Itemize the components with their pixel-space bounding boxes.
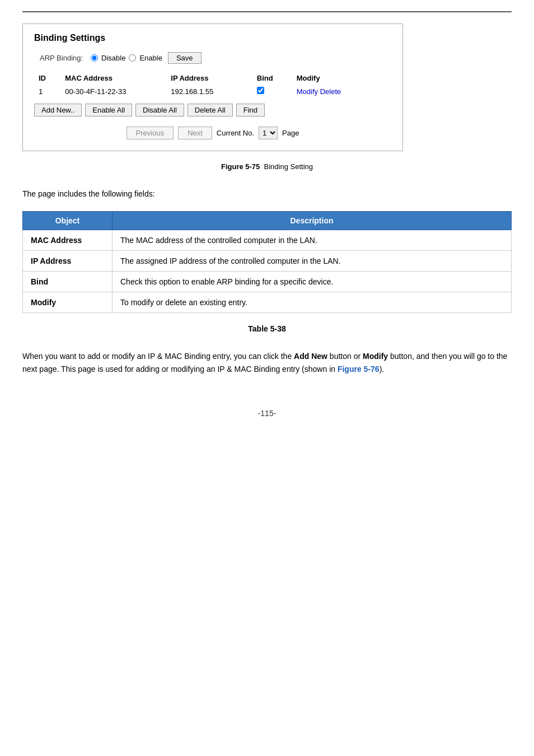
arp-radio-group: Disable Enable	[91, 54, 162, 62]
arp-disable-label: Disable	[101, 54, 125, 62]
body-text-1: The page includes the following fields:	[22, 188, 512, 200]
current-no-select[interactable]: 1	[259, 127, 278, 139]
add-new-button[interactable]: Add New..	[34, 104, 82, 116]
table-caption: Table 5-38	[22, 324, 512, 333]
cell-modify: Modify Delete	[292, 85, 391, 98]
delete-all-button[interactable]: Delete All	[188, 104, 233, 116]
cell-ip: 192.168.1.55	[166, 85, 252, 98]
body-text-2-bold2: Modify	[363, 352, 388, 361]
desc-table-row: MAC AddressThe MAC address of the contro…	[23, 230, 512, 251]
desc-object-cell: MAC Address	[23, 230, 113, 251]
desc-description-cell: The assigned IP address of the controlle…	[113, 251, 512, 272]
col-header-ip: IP Address	[166, 72, 252, 85]
col-header-modify: Modify	[292, 72, 391, 85]
cell-id: 1	[34, 85, 60, 98]
page-label: Page	[282, 129, 299, 137]
desc-object-cell: Modify	[23, 292, 113, 313]
page-number: -115-	[22, 409, 512, 418]
binding-table: ID MAC Address IP Address Bind Modify 10…	[34, 72, 391, 98]
arp-enable-radio[interactable]	[129, 54, 136, 62]
arp-disable-radio[interactable]	[91, 54, 98, 62]
arp-binding-label: ARP Binding:	[40, 54, 83, 62]
body-text-2-part4: ).	[380, 365, 385, 374]
desc-object-cell: Bind	[23, 272, 113, 292]
top-divider	[22, 11, 512, 12]
col-header-id: ID	[34, 72, 60, 85]
table-row: 100-30-4F-11-22-33192.168.1.55Modify Del…	[34, 85, 391, 98]
cell-bind	[252, 85, 292, 98]
previous-button[interactable]: Previous	[127, 127, 174, 139]
enable-all-button[interactable]: Enable All	[85, 104, 132, 116]
current-no-label: Current No.	[217, 129, 254, 137]
next-button[interactable]: Next	[178, 127, 212, 139]
col-header-mac: MAC Address	[60, 72, 166, 85]
desc-object-cell: IP Address	[23, 251, 113, 272]
binding-settings-box: Binding Settings ARP Binding: Disable En…	[22, 24, 403, 151]
pagination-row: Previous Next Current No. 1 Page	[34, 127, 391, 139]
binding-settings-title: Binding Settings	[34, 33, 391, 43]
desc-table-row: BindCheck this option to enable ARP bind…	[23, 272, 512, 292]
desc-description-cell: The MAC address of the controlled comput…	[113, 230, 512, 251]
body-text-2-bold1: Add New	[294, 352, 327, 361]
col-header-bind: Bind	[252, 72, 292, 85]
action-buttons-row: Add New.. Enable All Disable All Delete …	[34, 104, 391, 116]
figure-description: Binding Setting	[264, 162, 313, 171]
desc-table-row: IP AddressThe assigned IP address of the…	[23, 251, 512, 272]
delete-link[interactable]: Delete	[320, 87, 341, 96]
body-text-2-part1: When you want to add or modify an IP & M…	[22, 352, 294, 361]
body-text-2-part2: button or	[327, 352, 363, 361]
bind-checkbox[interactable]	[257, 87, 264, 94]
find-button[interactable]: Find	[236, 104, 265, 116]
desc-description-cell: Check this option to enable ARP binding …	[113, 272, 512, 292]
modify-link[interactable]: Modify	[297, 87, 318, 96]
description-table: Object Description MAC AddressThe MAC ad…	[22, 211, 512, 313]
desc-table-row: ModifyTo modify or delete an existing en…	[23, 292, 512, 313]
disable-all-button[interactable]: Disable All	[135, 104, 184, 116]
desc-description-cell: To modify or delete an existing entry.	[113, 292, 512, 313]
save-button[interactable]: Save	[168, 52, 202, 64]
arp-enable-label: Enable	[139, 54, 162, 62]
arp-binding-row: ARP Binding: Disable Enable Save	[40, 52, 391, 64]
body-text-2: When you want to add or modify an IP & M…	[22, 350, 512, 375]
figure-caption: Figure 5-75 Binding Setting	[22, 162, 512, 171]
figure-76-link[interactable]: Figure 5-76	[338, 365, 380, 374]
desc-table-header-description: Description	[113, 212, 512, 230]
cell-mac: 00-30-4F-11-22-33	[60, 85, 166, 98]
desc-table-header-object: Object	[23, 212, 113, 230]
figure-label: Figure 5-75	[221, 162, 260, 171]
